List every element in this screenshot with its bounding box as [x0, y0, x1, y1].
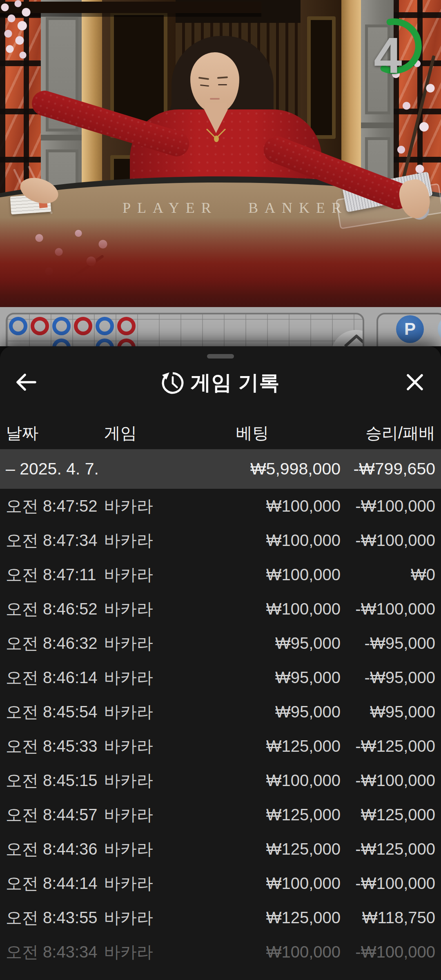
cherry-blossoms-top-left — [0, 0, 33, 61]
row-bet: ₩100,000 — [231, 531, 341, 550]
roadmap-strip: P — [0, 307, 441, 346]
bead-red — [117, 317, 136, 335]
column-header-date: 날짜 — [6, 422, 104, 444]
row-time: 오전 8:43:55 — [6, 906, 104, 929]
row-winloss: -₩95,000 — [341, 668, 435, 687]
history-row[interactable]: 오전 8:45:33바카라₩125,000-₩125,000 — [0, 729, 441, 763]
column-header-game: 게임 — [104, 422, 231, 444]
row-bet: ₩125,000 — [231, 737, 341, 755]
row-game: 바카라 — [104, 735, 231, 757]
row-bet: ₩125,000 — [231, 909, 341, 927]
history-row[interactable]: 오전 8:45:15바카라₩100,000-₩100,000 — [0, 763, 441, 797]
sheet-title: 게임 기록 — [0, 369, 441, 396]
game-history-sheet: 게임 기록 날짜 게임 베팅 승리/패배 – 2025. 4. 7. ₩5,99… — [0, 346, 441, 980]
history-clock-icon — [161, 372, 184, 394]
history-row[interactable]: 오전 8:47:11바카라₩100,000₩0 — [0, 557, 441, 592]
row-winloss: -₩125,000 — [341, 737, 435, 755]
history-rows: 오전 8:47:52바카라₩100,000-₩100,000오전 8:47:34… — [0, 489, 441, 969]
bead-blue — [52, 317, 71, 335]
row-bet: ₩100,000 — [231, 874, 341, 893]
row-bet: ₩95,000 — [231, 703, 341, 721]
row-bet: ₩125,000 — [231, 806, 341, 824]
row-game: 바카라 — [104, 701, 231, 723]
live-video: PLAYER BANKER 4 — [0, 0, 441, 307]
drag-handle[interactable] — [207, 354, 234, 359]
row-time: 오전 8:43:34 — [6, 941, 104, 963]
row-game: 바카라 — [104, 838, 231, 860]
bead-blue — [96, 339, 114, 346]
row-time: 오전 8:46:52 — [6, 598, 104, 620]
row-winloss: -₩100,000 — [341, 943, 435, 961]
ceiling-beam — [0, 2, 261, 13]
row-winloss: -₩100,000 — [341, 531, 435, 550]
table-column-headers: 날짜 게임 베팅 승리/패배 — [0, 416, 441, 449]
chevron-up-icon[interactable] — [343, 334, 364, 346]
row-time: 오전 8:47:34 — [6, 529, 104, 552]
history-row[interactable]: 오전 8:47:34바카라₩100,000-₩100,000 — [0, 523, 441, 557]
app-screen: PLAYER BANKER 4 — [0, 0, 441, 980]
row-bet: ₩100,000 — [231, 943, 341, 961]
bead-red — [117, 339, 136, 346]
sheet-header: 게임 기록 — [0, 359, 441, 400]
row-game: 바카라 — [104, 872, 231, 895]
row-game: 바카라 — [104, 598, 231, 620]
row-game: 바카라 — [104, 804, 231, 826]
summary-bet-total: ₩5,998,000 — [231, 459, 341, 479]
stats-panel: P — [376, 313, 441, 346]
column-header-bet: 베팅 — [231, 422, 341, 444]
row-winloss: -₩125,000 — [341, 840, 435, 858]
row-bet: ₩95,000 — [231, 634, 341, 653]
history-row[interactable]: 오전 8:43:34바카라₩100,000-₩100,000 — [0, 935, 441, 969]
bead-blue — [52, 339, 71, 346]
row-winloss: -₩95,000 — [341, 634, 435, 653]
row-bet: ₩100,000 — [231, 600, 341, 618]
row-time: 오전 8:47:52 — [6, 495, 104, 517]
banker-count-badge — [438, 315, 441, 343]
row-game: 바카라 — [104, 529, 231, 552]
history-row[interactable]: 오전 8:46:32바카라₩95,000-₩95,000 — [0, 626, 441, 660]
row-time: 오전 8:44:36 — [6, 838, 104, 860]
history-row[interactable]: 오전 8:47:52바카라₩100,000-₩100,000 — [0, 489, 441, 523]
bead-blue — [96, 317, 114, 335]
page-title: 게임 기록 — [191, 369, 280, 396]
row-time: 오전 8:46:32 — [6, 632, 104, 655]
bead-blue — [9, 317, 27, 335]
row-bet: ₩125,000 — [231, 840, 341, 858]
row-bet: ₩100,000 — [231, 566, 341, 584]
row-time: 오전 8:45:15 — [6, 769, 104, 792]
row-winloss: ₩118,750 — [341, 909, 435, 927]
timer-value: 4 — [359, 26, 416, 84]
row-time: 오전 8:44:14 — [6, 872, 104, 895]
row-game: 바카라 — [104, 632, 231, 655]
bead-road-panel — [6, 313, 364, 346]
history-row[interactable]: 오전 8:44:36바카라₩125,000-₩125,000 — [0, 832, 441, 866]
row-winloss: -₩100,000 — [341, 497, 435, 515]
row-time: 오전 8:45:33 — [6, 735, 104, 757]
bead-red — [31, 317, 49, 335]
summary-date: – 2025. 4. 7. — [6, 459, 231, 479]
daily-summary-row: – 2025. 4. 7. ₩5,998,000 -₩799,650 — [0, 449, 441, 489]
close-button[interactable] — [403, 370, 427, 394]
history-row[interactable]: 오전 8:43:55바카라₩125,000₩118,750 — [0, 900, 441, 935]
history-row[interactable]: 오전 8:46:14바카라₩95,000-₩95,000 — [0, 660, 441, 695]
player-count-badge[interactable]: P — [396, 315, 424, 343]
row-winloss: -₩100,000 — [341, 771, 435, 790]
row-game: 바카라 — [104, 495, 231, 517]
history-row[interactable]: 오전 8:44:14바카라₩100,000-₩100,000 — [0, 866, 441, 900]
row-winloss: -₩100,000 — [341, 600, 435, 618]
row-winloss: ₩95,000 — [341, 703, 435, 721]
row-game: 바카라 — [104, 906, 231, 929]
row-game: 바카라 — [104, 769, 231, 792]
history-row[interactable]: 오전 8:44:57바카라₩125,000₩125,000 — [0, 797, 441, 832]
close-icon — [406, 373, 424, 391]
history-row[interactable]: 오전 8:46:52바카라₩100,000-₩100,000 — [0, 592, 441, 626]
row-bet: ₩100,000 — [231, 771, 341, 790]
row-winloss: ₩0 — [341, 566, 435, 584]
row-winloss: -₩100,000 — [341, 874, 435, 893]
row-time: 오전 8:47:11 — [6, 564, 104, 586]
row-game: 바카라 — [104, 564, 231, 586]
row-game: 바카라 — [104, 666, 231, 689]
row-time: 오전 8:44:57 — [6, 804, 104, 826]
row-time: 오전 8:46:14 — [6, 666, 104, 689]
history-row[interactable]: 오전 8:45:54바카라₩95,000₩95,000 — [0, 695, 441, 729]
